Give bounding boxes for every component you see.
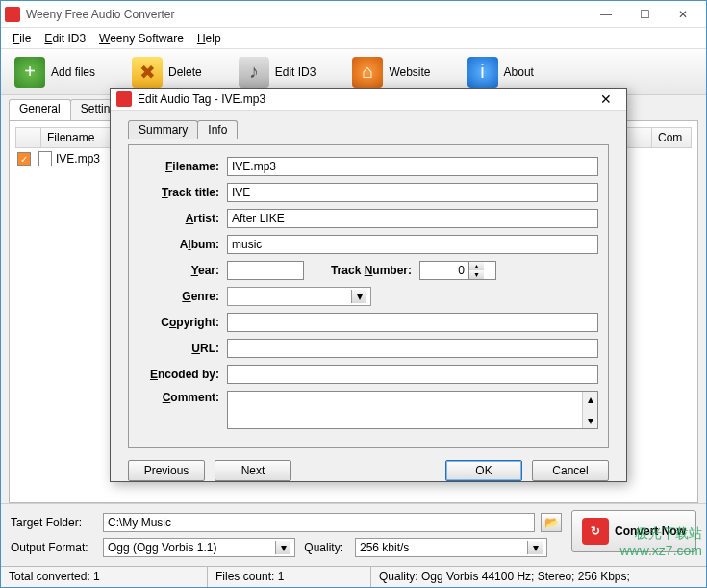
- tab-summary[interactable]: Summary: [128, 120, 198, 139]
- year-input[interactable]: [227, 261, 304, 280]
- folder-icon: 📂: [544, 516, 559, 529]
- quality-label: Quality:: [301, 541, 349, 554]
- info-icon: i: [467, 57, 498, 88]
- delete-icon: ✖: [132, 57, 163, 88]
- app-icon: [116, 91, 132, 107]
- copyright-input[interactable]: [227, 313, 598, 332]
- row-filename: IVE.mp3: [56, 152, 100, 166]
- edit-id3-button[interactable]: ♪ Edit ID3: [235, 55, 320, 89]
- ok-button[interactable]: OK: [445, 460, 522, 481]
- row-checkbox[interactable]: ✓: [17, 152, 31, 166]
- comment-input[interactable]: ▴▾: [227, 391, 598, 429]
- minimize-button[interactable]: —: [587, 3, 625, 26]
- statusbar: Total converted: 1 Files count: 1 Qualit…: [1, 566, 706, 587]
- chevron-down-icon: ▾: [275, 541, 290, 554]
- menu-edit-id3[interactable]: Edit ID3: [38, 30, 91, 47]
- col-com[interactable]: Com: [652, 128, 691, 147]
- convert-icon: ↻: [582, 518, 609, 545]
- track-number-label: Track Number:: [304, 264, 419, 277]
- encoded-by-label: Encoded by:: [139, 368, 227, 381]
- album-input[interactable]: music: [227, 235, 598, 254]
- output-format-combo[interactable]: Ogg (Ogg Vorbis 1.1)▾: [103, 538, 295, 557]
- edit-icon: ♪: [239, 57, 269, 88]
- titlebar: Weeny Free Audio Converter — ☐ ✕: [1, 1, 706, 28]
- about-button[interactable]: i About: [464, 55, 538, 89]
- target-folder-label: Target Folder:: [11, 516, 97, 529]
- copyright-label: Copyright:: [139, 316, 227, 329]
- quality-combo[interactable]: 256 kbit/s▾: [355, 538, 547, 557]
- output-format-label: Output Format:: [11, 541, 97, 554]
- delete-button[interactable]: ✖ Delete: [128, 55, 206, 89]
- url-label: URL:: [139, 342, 227, 355]
- main-window: Weeny Free Audio Converter — ☐ ✕ File Ed…: [0, 0, 707, 588]
- chevron-down-icon: ▾: [527, 541, 543, 554]
- artist-label: Artist:: [139, 212, 227, 225]
- website-button[interactable]: ⌂ Website: [348, 55, 434, 89]
- tab-general[interactable]: General: [9, 99, 71, 120]
- add-label: Add files: [51, 65, 95, 79]
- status-total: Total converted: 1: [1, 567, 208, 587]
- app-icon: [5, 7, 20, 22]
- genre-label: Genre:: [139, 290, 227, 303]
- file-icon: [38, 151, 52, 166]
- menu-help[interactable]: Help: [191, 30, 227, 47]
- spin-down-icon[interactable]: ▼: [469, 270, 484, 279]
- track-title-label: Track title:: [139, 186, 227, 199]
- artist-input[interactable]: After LIKE: [227, 209, 598, 228]
- comment-label: Comment:: [139, 391, 227, 404]
- dialog-titlebar[interactable]: Edit Audio Tag - IVE.mp3 ✕: [111, 89, 626, 111]
- menubar: File Edit ID3 Weeny Software Help: [1, 28, 706, 49]
- edit-audio-tag-dialog: Edit Audio Tag - IVE.mp3 ✕ Summary Info …: [110, 88, 627, 482]
- convert-label: Convert Now: [615, 524, 686, 538]
- dialog-title: Edit Audio Tag - IVE.mp3: [138, 92, 592, 106]
- dialog-body: Filename:IVE.mp3 Track title:IVE Artist:…: [128, 144, 609, 448]
- home-icon: ⌂: [352, 57, 383, 88]
- previous-button[interactable]: Previous: [128, 460, 205, 481]
- close-button[interactable]: ✕: [664, 3, 702, 26]
- spin-up-icon[interactable]: ▲: [469, 262, 484, 270]
- menu-file[interactable]: File: [7, 30, 37, 47]
- genre-combo[interactable]: ▾: [227, 287, 371, 306]
- col-check[interactable]: [16, 128, 41, 147]
- track-number-spinner[interactable]: ▲▼: [419, 261, 496, 280]
- filename-input[interactable]: IVE.mp3: [227, 157, 598, 176]
- target-folder-input[interactable]: C:\My Music: [103, 513, 535, 532]
- bottom-panel: Target Folder: C:\My Music 📂 Output Form…: [1, 503, 706, 566]
- maximize-button[interactable]: ☐: [625, 3, 664, 26]
- about-label: About: [504, 65, 534, 79]
- status-files: Files count: 1: [208, 567, 371, 587]
- track-number-input[interactable]: [420, 262, 468, 279]
- url-input[interactable]: [227, 339, 598, 358]
- year-label: Year:: [139, 264, 227, 277]
- album-label: Album:: [139, 238, 227, 251]
- add-files-button[interactable]: + Add files: [11, 55, 99, 89]
- track-title-input[interactable]: IVE: [227, 183, 598, 202]
- encoded-by-input[interactable]: [227, 365, 598, 384]
- filename-label: Filename:: [139, 160, 227, 173]
- dialog-close-button[interactable]: ✕: [592, 89, 620, 110]
- convert-now-button[interactable]: ↻ Convert Now: [571, 510, 696, 552]
- tab-info[interactable]: Info: [197, 120, 238, 139]
- delete-label: Delete: [168, 65, 202, 79]
- window-title: Weeny Free Audio Converter: [26, 8, 587, 21]
- browse-folder-button[interactable]: 📂: [541, 513, 562, 532]
- menu-weeny-software[interactable]: Weeny Software: [93, 30, 189, 47]
- edit-label: Edit ID3: [275, 65, 316, 79]
- next-button[interactable]: Next: [215, 460, 291, 481]
- status-quality: Quality: Ogg Vorbis 44100 Hz; Stereo; 25…: [371, 567, 706, 587]
- scrollbar[interactable]: ▴▾: [582, 392, 597, 428]
- chevron-down-icon: ▾: [351, 290, 366, 303]
- cancel-button[interactable]: Cancel: [532, 460, 609, 481]
- website-label: Website: [389, 65, 430, 79]
- add-icon: +: [14, 57, 45, 88]
